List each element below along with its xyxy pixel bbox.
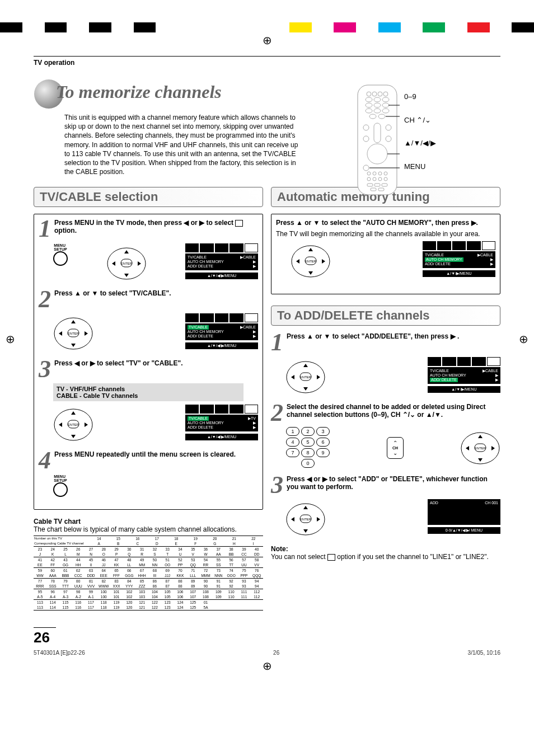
- svg-text:ENTER: ENTER: [300, 518, 312, 521]
- svg-point-20: [386, 125, 391, 130]
- svg-text:ENTER: ENTER: [305, 260, 317, 263]
- crop-mark-icon: ⊕: [263, 659, 272, 673]
- note-title: Note:: [271, 545, 500, 553]
- svg-point-21: [386, 136, 391, 142]
- osd-screen-illustration: TV/CABLE▶CABLE AUTO CH MEMORY▶ ADD/ DELE…: [185, 243, 258, 284]
- print-color-bar: [0, 22, 534, 32]
- dpad-illustration: ENTER: [106, 243, 147, 284]
- step-text: Select the desired channel to be added o…: [287, 403, 500, 422]
- svg-point-27: [384, 172, 387, 175]
- svg-point-24: [367, 172, 371, 175]
- step-number: 2: [271, 403, 284, 422]
- svg-point-26: [378, 172, 382, 175]
- step-number: 1: [39, 219, 52, 238]
- svg-point-29: [373, 177, 376, 181]
- tv-cable-info-box: TV - VHF/UHF channels CABLE - Cable TV c…: [53, 383, 243, 401]
- remote-label-digits: 0–9: [404, 92, 436, 101]
- svg-point-10: [374, 103, 381, 107]
- step-number: 4: [39, 450, 52, 470]
- step-text: Press ▲ or ▼ to select "TV/CABLE".: [54, 289, 258, 309]
- menu-button-illustration: MENU SETUP: [53, 243, 68, 284]
- svg-rect-34: [382, 184, 387, 186]
- crop-mark-icon: ⊕: [263, 34, 272, 47]
- svg-point-31: [384, 177, 387, 181]
- svg-point-6: [366, 97, 372, 102]
- svg-point-22: [367, 144, 387, 164]
- section-add-delete: To ADD/DELETE channels: [271, 306, 500, 326]
- step-text: Press MENU in the TV mode, then press ◀ …: [54, 219, 235, 227]
- cable-tv-chart-table: Number on this TV141516171819202122Corre…: [34, 536, 263, 611]
- dpad-illustration: ENTER: [53, 313, 93, 354]
- svg-point-28: [367, 177, 371, 181]
- svg-point-14: [382, 109, 389, 113]
- menu-icon: [327, 554, 335, 561]
- dpad-illustration: ENTER: [291, 241, 331, 281]
- svg-text:ENTER: ENTER: [121, 262, 133, 265]
- osd-screen-illustration: ADDCH 001 0-9/▲/▼/◀/▶/ MENU: [428, 499, 500, 539]
- svg-point-8: [382, 97, 389, 102]
- svg-rect-19: [374, 123, 381, 143]
- svg-rect-33: [374, 184, 380, 186]
- svg-point-30: [378, 177, 382, 181]
- page-number: 26: [34, 627, 56, 646]
- page-title: To memorize channels: [56, 82, 222, 102]
- svg-point-9: [366, 103, 372, 107]
- dpad-illustration: ENTER: [285, 499, 326, 539]
- svg-text:ENTER: ENTER: [68, 423, 79, 426]
- svg-point-11: [382, 103, 389, 107]
- step-text: option.: [54, 227, 77, 234]
- svg-point-16: [378, 114, 385, 119]
- step-number: 3: [39, 359, 52, 379]
- step-number: 1: [271, 332, 284, 352]
- dpad-illustration: ENTER: [53, 405, 93, 445]
- print-footer: 5T40301A [E]p22-26 26 3/1/05, 10:16: [34, 650, 500, 656]
- osd-screen-illustration: TV/CABLE▶TV AUTO CH MEMORY▶ ADD/ DELETE▶…: [185, 405, 258, 445]
- svg-text:ENTER: ENTER: [68, 332, 79, 335]
- svg-point-15: [369, 114, 376, 119]
- note-body: You can not select option if you set the…: [271, 553, 500, 561]
- remote-label-ch: CH ⌃/⌄: [404, 116, 436, 124]
- step-description: The TV will begin memorizing all the cha…: [276, 230, 495, 238]
- remote-label-arrows: ▲/▼/◀/▶: [404, 139, 436, 147]
- remote-control-illustration: 0–9 CH ⌃/⌄ ▲/▼/◀/▶ MENU: [355, 84, 495, 196]
- page-description: This unit is equipped with a channel mem…: [64, 113, 299, 176]
- remote-label-menu: MENU: [404, 162, 436, 171]
- svg-point-18: [363, 136, 369, 142]
- svg-point-17: [363, 125, 369, 130]
- svg-text:ENTER: ENTER: [475, 447, 486, 450]
- svg-point-23: [363, 165, 369, 171]
- osd-screen-illustration: TV/CABLE▶CABLE AUTO CH MEMORY▶ ADD/ DELE…: [423, 241, 495, 281]
- menu-icon: [235, 220, 243, 227]
- section-tv-cable: TV/CABLE selection: [34, 187, 263, 207]
- step-text: Press ▲ or ▼ to select the "AUTO CH MEMO…: [276, 219, 495, 227]
- svg-point-3: [372, 92, 377, 96]
- osd-screen-illustration: TV/CABLE▶CABLE AUTO CH MEMORY▶ ADD/ DELE…: [185, 313, 258, 354]
- step-text: Press ◀ or ▶ to select "TV" or "CABLE".: [54, 359, 258, 379]
- svg-point-7: [374, 97, 381, 102]
- ch-updown-illustration: ⌃ CH ⌄: [387, 437, 404, 459]
- svg-point-2: [367, 92, 371, 96]
- svg-point-4: [378, 92, 382, 96]
- svg-text:ENTER: ENTER: [300, 375, 312, 379]
- svg-rect-32: [367, 184, 373, 186]
- osd-screen-illustration: TV/CABLE▶CABLE AUTO CH MEMORY▶ ADD/ DELE…: [428, 357, 500, 397]
- svg-point-5: [383, 92, 388, 96]
- step-text: Press ◀ or ▶ to select "ADD" or "DELETE"…: [287, 475, 500, 495]
- step-number: 2: [39, 289, 52, 309]
- crop-mark-icon: ⊕: [6, 332, 15, 346]
- chart-description: The chart below is typical of many cable…: [34, 525, 263, 533]
- svg-rect-36: [378, 188, 384, 191]
- breadcrumb: TV operation: [34, 58, 500, 68]
- svg-point-25: [373, 172, 376, 175]
- dpad-illustration: ENTER: [285, 357, 326, 397]
- crop-mark-icon: ⊕: [519, 332, 528, 346]
- menu-button-illustration: MENU SETUP: [53, 475, 68, 497]
- svg-rect-35: [371, 188, 376, 191]
- step-text: Press MENU repeatedly until the menu scr…: [54, 450, 258, 470]
- step-text: Press ▲ or ▼ to select "ADD/DELETE", the…: [287, 332, 500, 352]
- svg-point-13: [374, 109, 381, 113]
- chart-title: Cable TV chart: [34, 518, 263, 525]
- digit-pad-illustration: 123 456 789 0: [285, 427, 330, 469]
- step-number: 3: [271, 475, 284, 495]
- svg-point-12: [366, 109, 372, 113]
